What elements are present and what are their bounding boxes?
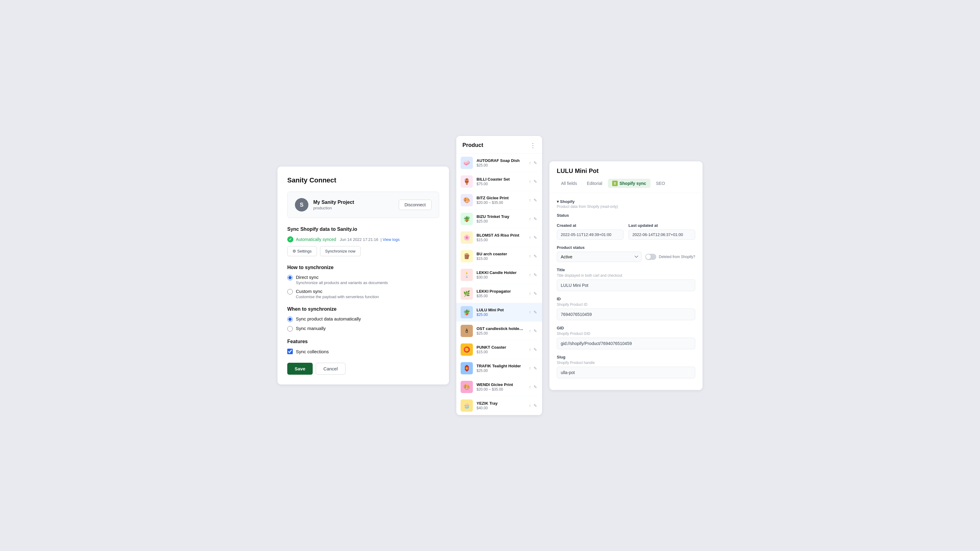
product-list-item[interactable]: 🪴 BIZU Trinket Tray $25.00 ↑ ✎ [456, 210, 542, 229]
product-edit-button[interactable]: ✎ [533, 403, 538, 408]
product-item-name: PUNKT Coaster [477, 345, 525, 349]
product-item-price: $25.00 [477, 219, 525, 224]
product-publish-button[interactable]: ↑ [528, 235, 531, 240]
product-item-name: LULU Mini Pot [477, 308, 525, 312]
manual-sync-label[interactable]: Sync manually [287, 326, 439, 332]
project-avatar: S [295, 198, 309, 211]
id-field-label: ID [557, 297, 695, 301]
product-publish-button[interactable]: ↑ [528, 272, 531, 278]
product-edit-button[interactable]: ✎ [533, 179, 538, 184]
product-publish-button[interactable]: ↑ [528, 179, 531, 184]
sanity-panel-title: Sanity Connect [287, 176, 439, 184]
product-edit-button[interactable]: ✎ [533, 384, 538, 390]
updated-at-group: Last updated at 2022-06-14T12:06:37+01:0… [628, 223, 695, 240]
product-publish-button[interactable]: ↑ [528, 403, 531, 408]
product-status-section: Product status Active Draft Archived Del… [557, 245, 695, 262]
product-edit-button[interactable]: ✎ [533, 216, 538, 222]
product-publish-button[interactable]: ↑ [528, 216, 531, 222]
direct-sync-text: Direct sync [296, 275, 388, 280]
product-list-item[interactable]: 🪵 BU arch coaster $15.00 ↑ ✎ [456, 247, 542, 266]
settings-button[interactable]: ⚙ Settings [287, 246, 317, 256]
product-list-item[interactable]: 🏮 TRAFIK Tealight Holder $25.00 ↑ ✎ [456, 359, 542, 378]
product-publish-button[interactable]: ↑ [528, 254, 531, 259]
product-publish-button[interactable]: ↑ [528, 160, 531, 166]
product-publish-button[interactable]: ↑ [528, 328, 531, 333]
slug-field-value: ulla-pot [557, 367, 695, 378]
product-list-item[interactable]: 🧼 AUTOGRAF Soap Dish $25.00 ↑ ✎ [456, 154, 542, 172]
detail-title: LULU Mini Pot [557, 167, 695, 175]
sync-now-button[interactable]: Synchronize now [320, 246, 361, 256]
updated-at-value: 2022-06-14T12:06:37+01:00 [628, 230, 695, 240]
product-item-price: $40.00 [477, 406, 525, 410]
custom-sync-radio[interactable] [287, 289, 293, 294]
product-edit-button[interactable]: ✎ [533, 291, 538, 296]
product-list-item[interactable]: 🪴 LULU Mini Pot $25.00 ↑ ✎ [456, 303, 542, 322]
product-edit-button[interactable]: ✎ [533, 197, 538, 203]
product-item-name: AUTOGRAF Soap Dish [477, 158, 525, 163]
product-edit-button[interactable]: ✎ [533, 365, 538, 371]
product-list-item[interactable]: 🕯️ LEKKI Candle Holder $30.00 ↑ ✎ [456, 266, 542, 284]
slug-field-label: Slug [557, 355, 695, 359]
tab-seo[interactable]: SEO [652, 179, 670, 187]
product-edit-button[interactable]: ✎ [533, 310, 538, 315]
project-card: S My Sanity Project production Disconnec… [287, 192, 439, 218]
product-thumbnail: ⭕ [461, 343, 473, 356]
product-list-item[interactable]: 🎨 BITZ Giclee Print $20.00 – $35.00 ↑ ✎ [456, 191, 542, 210]
how-sync-title: How to synchronize [287, 265, 439, 270]
product-list-item[interactable]: 🌿 LEKKI Propagator $35.00 ↑ ✎ [456, 284, 542, 303]
product-panel: Product ⋮ 🧼 AUTOGRAF Soap Dish $25.00 ↑ … [456, 136, 542, 415]
product-list-item[interactable]: 🎨 WENDI Giclee Print $20.00 – $35.00 ↑ ✎ [456, 378, 542, 396]
sync-collections-label[interactable]: Sync collections [287, 349, 439, 354]
action-buttons: Save Cancel [287, 363, 439, 375]
created-at-group: Created at 2022-05-11T12:49:39+01:00 [557, 223, 624, 240]
manual-sync-radio[interactable] [287, 326, 293, 332]
title-field-desc: Title displayed in both cart and checkou… [557, 273, 695, 278]
id-field-desc: Shopify Product ID [557, 302, 695, 307]
product-publish-button[interactable]: ↑ [528, 365, 531, 371]
direct-sync-radio[interactable] [287, 275, 293, 280]
when-sync-title: When to synchronize [287, 306, 439, 312]
product-more-button[interactable]: ⋮ [530, 142, 536, 148]
product-list-item[interactable]: 🏺 BILLI Coaster Set $75.00 ↑ ✎ [456, 172, 542, 191]
deleted-toggle[interactable] [645, 254, 656, 260]
product-publish-button[interactable]: ↑ [528, 347, 531, 353]
product-list-item[interactable]: ⭕ PUNKT Coaster $15.00 ↑ ✎ [456, 340, 542, 359]
product-publish-button[interactable]: ↑ [528, 197, 531, 203]
disconnect-button[interactable]: Disconnect [399, 200, 431, 210]
tab-shopify-sync[interactable]: S Shopify sync [608, 179, 651, 188]
cancel-button[interactable]: Cancel [316, 363, 345, 375]
tab-all-fields[interactable]: All fields [557, 179, 581, 187]
product-item-price: $75.00 [477, 182, 525, 186]
direct-sync-label[interactable]: Direct sync Synchronize all products and… [287, 275, 439, 285]
product-status-select[interactable]: Active Draft Archived [557, 252, 641, 262]
product-item-price: $20.00 – $35.00 [477, 200, 525, 205]
product-publish-button[interactable]: ↑ [528, 291, 531, 296]
product-edit-button[interactable]: ✎ [533, 235, 538, 240]
custom-sync-label[interactable]: Custom sync Customise the payload with s… [287, 289, 439, 299]
product-edit-button[interactable]: ✎ [533, 347, 538, 353]
updated-at-label: Last updated at [628, 223, 695, 228]
tab-editorial[interactable]: Editorial [582, 179, 607, 187]
auto-sync-label[interactable]: Sync product data automatically [287, 316, 439, 322]
product-edit-button[interactable]: ✎ [533, 160, 538, 166]
project-env: production [313, 206, 394, 210]
product-edit-button[interactable]: ✎ [533, 272, 538, 278]
sync-collections-checkbox[interactable] [287, 349, 293, 354]
auto-sync-radio[interactable] [287, 316, 293, 322]
slug-field: Slug Shopify Product handle ulla-pot [557, 355, 695, 378]
product-publish-button[interactable]: ↑ [528, 310, 531, 315]
product-item-price: $15.00 [477, 238, 525, 242]
save-button[interactable]: Save [287, 363, 313, 375]
deleted-toggle-group: Deleted from Shopify? [645, 254, 695, 260]
product-list-item[interactable]: 🧁 YEZIK Tray $40.00 ↑ ✎ [456, 396, 542, 415]
view-logs-link[interactable]: View logs [383, 237, 400, 242]
product-publish-button[interactable]: ↑ [528, 384, 531, 390]
manual-sync-text: Sync manually [296, 326, 326, 331]
project-name: My Sanity Project [313, 200, 394, 205]
product-list-item[interactable]: 🕯 OST candlestick holder (… $25.00 ↑ ✎ [456, 322, 542, 340]
product-item-price: $30.00 [477, 275, 525, 279]
product-item-name: LEKKI Candle Holder [477, 270, 525, 275]
product-list-item[interactable]: 🌸 BLOMST A5 Riso Print $15.00 ↑ ✎ [456, 229, 542, 247]
product-edit-button[interactable]: ✎ [533, 254, 538, 259]
product-edit-button[interactable]: ✎ [533, 328, 538, 333]
